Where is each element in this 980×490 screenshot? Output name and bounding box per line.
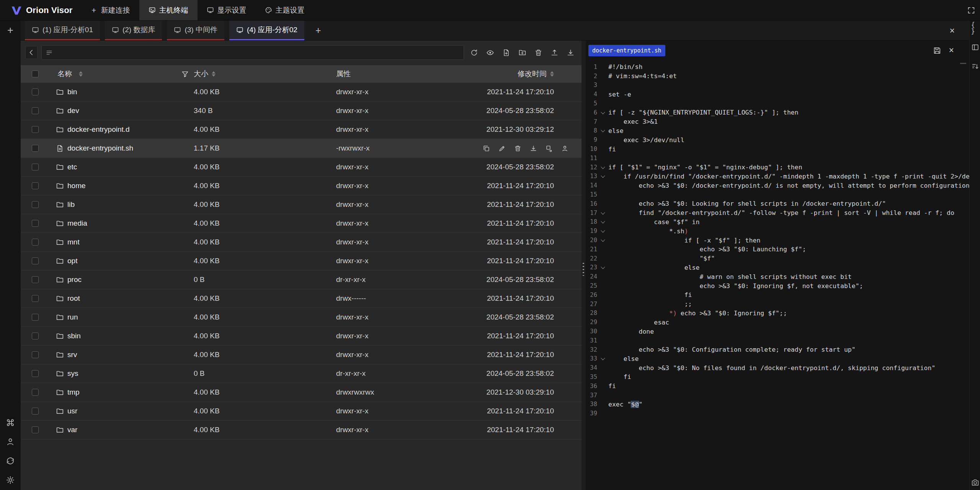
table-row[interactable]: etc4.00 KBdrwxr-xr-x2024-05-28 23:58:02 — [21, 158, 581, 177]
delete-button[interactable] — [532, 46, 544, 59]
download-button[interactable] — [564, 46, 577, 59]
table-row[interactable]: home4.00 KBdrwxr-xr-x2021-11-24 17:20:10 — [21, 177, 581, 195]
row-checkbox[interactable] — [32, 257, 39, 264]
path-input[interactable] — [56, 49, 460, 57]
row-checkbox[interactable] — [32, 408, 39, 415]
table-row[interactable]: docker-entrypoint.d4.00 KBdrwxr-xr-x2021… — [21, 120, 581, 139]
code-editor[interactable]: 1#!/bin/sh2# vim:sw=4:ts=4:et34set -e56i… — [586, 60, 969, 490]
tab-4[interactable]: (4) 应用-分析02 — [229, 21, 304, 40]
new-folder-button[interactable] — [516, 46, 528, 59]
download-button[interactable] — [530, 145, 537, 152]
fullscreen-button[interactable] — [967, 0, 975, 21]
fold-toggle[interactable] — [597, 357, 608, 360]
table-row[interactable]: docker-entrypoint.sh1.17 KB-rwxrwxr-x — [21, 139, 581, 158]
row-checkbox[interactable] — [32, 164, 39, 170]
table-row[interactable]: bin4.00 KBdrwxr-xr-x2021-11-24 17:20:10 — [21, 83, 581, 102]
editor-file-tag[interactable]: docker-entrypoint.sh — [588, 45, 665, 56]
table-row[interactable]: srv4.00 KBdrwxr-xr-x2021-11-24 17:20:10 — [21, 346, 581, 364]
fold-toggle[interactable] — [597, 175, 608, 178]
table-row[interactable]: mnt4.00 KBdrwxr-xr-x2021-11-24 17:20:10 — [21, 233, 581, 252]
menu-item-1[interactable]: +新建连接 — [81, 0, 139, 20]
sort-name-button[interactable] — [79, 71, 83, 77]
table-row[interactable]: tmp4.00 KBdrwxrwxrwx2021-12-30 03:29:10 — [21, 383, 581, 402]
panel-splitter[interactable] — [581, 41, 586, 490]
cell-size: 0 B — [194, 270, 336, 289]
fold-toggle[interactable] — [597, 266, 608, 269]
fold-toggle[interactable] — [597, 111, 608, 114]
table-row[interactable]: sys0 Bdr-xr-xr-x2024-05-28 23:58:02 — [21, 364, 581, 383]
copy-button[interactable] — [483, 145, 490, 152]
line-number: 30 — [586, 328, 597, 335]
code-button[interactable]: { } — [971, 24, 979, 32]
path-menu-icon[interactable] — [46, 49, 53, 56]
refresh-button[interactable] — [468, 46, 480, 59]
menu-item-4[interactable]: 主题设置 — [256, 0, 314, 20]
row-checkbox[interactable] — [32, 295, 39, 302]
sort-button[interactable] — [971, 62, 979, 70]
table-row[interactable]: media4.00 KBdrwxr-xr-x2021-11-24 17:20:1… — [21, 214, 581, 233]
row-checkbox[interactable] — [32, 351, 39, 358]
sync-button[interactable] — [6, 456, 15, 465]
row-checkbox[interactable] — [32, 276, 39, 283]
select-all-checkbox[interactable] — [32, 70, 39, 77]
tabbar-close-button[interactable]: × — [950, 21, 955, 41]
move-button[interactable] — [546, 145, 553, 152]
tab-3[interactable]: (3) 中间件 — [167, 21, 224, 40]
row-checkbox[interactable] — [32, 107, 39, 114]
fold-toggle[interactable] — [597, 220, 608, 223]
fold-toggle[interactable] — [597, 229, 608, 233]
edit-button[interactable] — [498, 145, 506, 152]
user-button[interactable] — [6, 437, 15, 446]
menu-item-3[interactable]: 显示设置 — [198, 0, 256, 20]
row-checkbox[interactable] — [32, 88, 39, 95]
row-checkbox[interactable] — [32, 426, 39, 433]
table-row[interactable]: run4.00 KBdrwxr-xr-x2024-05-28 23:58:02 — [21, 308, 581, 327]
fold-toggle[interactable] — [597, 166, 608, 169]
row-checkbox[interactable] — [32, 314, 39, 321]
back-button[interactable] — [25, 46, 38, 59]
tab-1[interactable]: (1) 应用-分析01 — [25, 21, 100, 40]
add-tab-button[interactable]: + — [309, 21, 327, 40]
preview-button[interactable] — [484, 46, 496, 59]
new-file-button[interactable] — [500, 46, 512, 59]
sort-mtime-button[interactable] — [550, 71, 554, 77]
column-name[interactable]: 名称 — [57, 69, 72, 79]
layout-button[interactable] — [971, 43, 979, 51]
table-row[interactable]: usr4.00 KBdrwxr-xr-x2021-11-24 17:20:10 — [21, 402, 581, 421]
editor-close-button[interactable]: × — [949, 46, 954, 55]
save-button[interactable] — [933, 46, 941, 55]
table-row[interactable]: dev340 Bdrwxr-xr-x2024-05-28 23:58:02 — [21, 102, 581, 120]
settings-button[interactable] — [6, 475, 15, 485]
row-checkbox[interactable] — [32, 333, 39, 339]
splitter-grip[interactable] — [583, 263, 584, 276]
command-button[interactable] — [6, 418, 15, 427]
table-row[interactable]: root4.00 KBdrwx------2021-11-24 17:20:10 — [21, 289, 581, 308]
table-row[interactable]: opt4.00 KBdrwxr-xr-x2021-11-24 17:20:10 — [21, 252, 581, 270]
table-row[interactable]: lib4.00 KBdrwxr-xr-x2021-11-24 17:20:10 — [21, 195, 581, 214]
column-size[interactable]: 大小 — [194, 69, 208, 79]
row-checkbox[interactable] — [32, 239, 39, 246]
table-row[interactable]: proc0 Bdr-xr-xr-x2024-05-28 23:58:02 — [21, 270, 581, 289]
screenshot-button[interactable] — [971, 479, 979, 487]
row-checkbox[interactable] — [32, 201, 39, 208]
new-connection-button[interactable]: + — [0, 25, 21, 36]
row-checkbox[interactable] — [32, 182, 39, 189]
table-row[interactable]: sbin4.00 KBdrwxr-xr-x2021-11-24 17:20:10 — [21, 327, 581, 346]
upload-button[interactable] — [548, 46, 560, 59]
permission-button[interactable] — [561, 145, 568, 152]
fold-toggle[interactable] — [597, 211, 608, 215]
sort-size-button[interactable] — [212, 71, 216, 77]
row-checkbox[interactable] — [32, 145, 39, 152]
table-row[interactable]: var4.00 KBdrwxr-xr-x2021-11-24 17:20:10 — [21, 421, 581, 439]
row-checkbox[interactable] — [32, 370, 39, 377]
tab-2[interactable]: (2) 数据库 — [105, 21, 162, 40]
menu-item-2[interactable]: 主机终端 — [139, 0, 198, 20]
filter-icon[interactable] — [181, 70, 189, 78]
fold-toggle[interactable] — [597, 129, 608, 132]
row-checkbox[interactable] — [32, 389, 39, 396]
row-checkbox[interactable] — [32, 220, 39, 227]
row-checkbox[interactable] — [32, 126, 39, 133]
fold-toggle[interactable] — [597, 239, 608, 242]
column-mtime[interactable]: 修改时间 — [518, 69, 547, 79]
delete-button[interactable] — [514, 145, 521, 152]
